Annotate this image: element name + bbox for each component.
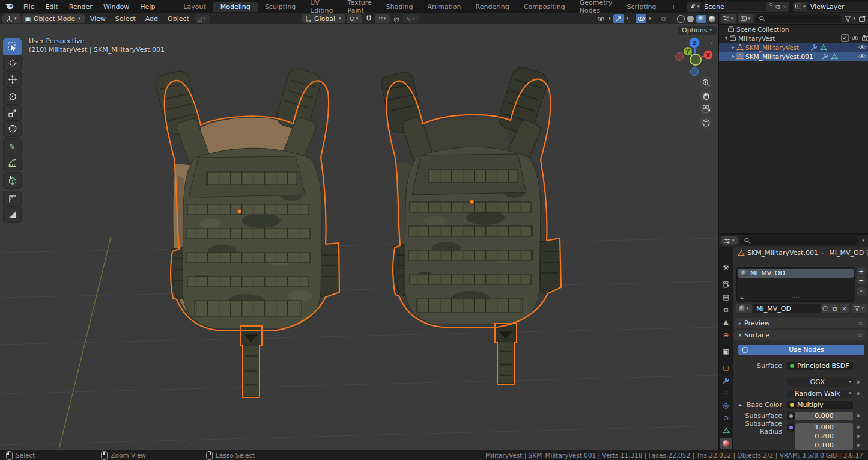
tab-particles[interactable]: ∴ xyxy=(720,387,732,398)
proportional-editing-toggle[interactable]: ◎ xyxy=(391,14,402,23)
tool-rotate[interactable] xyxy=(3,88,22,105)
scene-collection-label[interactable]: Scene Collection xyxy=(736,26,789,33)
subsurface-method-dropdown[interactable]: Random Walk ▾ xyxy=(787,390,853,398)
panel-grip-icon[interactable]: ≡ xyxy=(858,320,863,327)
add-slot-button[interactable]: + xyxy=(857,267,866,275)
tool-annotate[interactable]: ✎ xyxy=(3,138,22,155)
remove-slot-button[interactable]: − xyxy=(857,276,866,284)
add-workspace-button[interactable]: + xyxy=(663,2,683,12)
xray-toggle[interactable]: ⧉ xyxy=(658,14,669,23)
decorator-dot[interactable] xyxy=(857,435,860,438)
tab-collection[interactable]: ▣ xyxy=(720,346,732,357)
breadcrumb-material[interactable]: MI_MV_OD xyxy=(829,249,864,257)
perspective-toggle-button[interactable] xyxy=(699,116,712,129)
blender-logo-icon[interactable] xyxy=(5,2,14,11)
unlink-material-button[interactable]: × xyxy=(840,304,849,313)
chevron-down-icon[interactable]: ▾ xyxy=(609,17,611,21)
disclosure-triangle-icon[interactable]: ▸ xyxy=(732,45,735,50)
outliner-search-input[interactable] xyxy=(755,14,842,23)
tab-object[interactable]: ▢ xyxy=(720,362,732,373)
shading-solid-button[interactable] xyxy=(687,16,694,22)
tab-compositing[interactable]: Compositing xyxy=(517,2,572,12)
preview-panel-header[interactable]: ▸ Preview ≡ xyxy=(734,318,867,328)
outliner-row-scene-collection[interactable]: Scene Collection xyxy=(719,25,868,34)
menu-add[interactable]: Add xyxy=(141,15,162,23)
tab-scripting[interactable]: Scripting xyxy=(620,2,664,12)
selectability-visibility-button[interactable] xyxy=(595,14,606,23)
tab-animation[interactable]: Animation xyxy=(420,2,468,12)
panel-grip-icon[interactable]: ≡ xyxy=(858,333,863,339)
exclude-checkbox[interactable]: ✓ xyxy=(841,34,849,42)
outliner-row-skm-militaryvest-001[interactable]: ▸ SKM_MilitaryVest.001 xyxy=(719,52,868,61)
tool-scale[interactable] xyxy=(3,105,22,121)
military-vest-object[interactable] xyxy=(150,67,342,404)
tool-select-box[interactable] xyxy=(3,38,22,55)
render-visibility-icon[interactable] xyxy=(861,34,868,43)
navigation-gizmo[interactable]: Z Y X xyxy=(674,36,717,79)
resize-grip[interactable]: ∷∷ xyxy=(792,295,800,301)
camera-view-button[interactable] xyxy=(699,102,712,115)
new-scene-icon[interactable]: ⧉ xyxy=(775,3,780,11)
decorator-dot[interactable] xyxy=(857,414,860,417)
use-nodes-button[interactable]: Use Nodes xyxy=(738,345,864,355)
material-slot-list[interactable]: MI_MV_OD ► ∷∷ xyxy=(736,267,855,302)
tab-render[interactable] xyxy=(720,279,732,290)
menu-render[interactable]: Render xyxy=(64,3,98,11)
tab-shading[interactable]: Shading xyxy=(379,2,420,12)
filter-button[interactable]: ▾ xyxy=(844,15,857,23)
editor-type-button[interactable]: ▾ xyxy=(721,14,736,23)
editor-type-button[interactable]: ▾ xyxy=(2,14,21,23)
pan-view-button[interactable] xyxy=(699,89,712,102)
subsurface-value-slider[interactable]: 0.000 xyxy=(795,412,853,420)
transform-orientation-selector[interactable]: Global▾ xyxy=(302,14,345,23)
decorator-dot[interactable] xyxy=(857,392,860,395)
show-gizmo-toggle[interactable] xyxy=(613,14,624,23)
radius-y-slider[interactable]: 0.200 xyxy=(795,432,853,441)
decorator-dot[interactable] xyxy=(857,381,860,384)
pin-icon[interactable] xyxy=(864,249,868,257)
object-label[interactable]: SKM_MilitaryVest xyxy=(745,44,799,51)
tab-constraints[interactable]: ⊙ xyxy=(720,412,732,423)
slot-expand-icon[interactable]: ► xyxy=(741,295,744,301)
proportional-falloff-selector[interactable]: ∿▾ xyxy=(403,14,419,23)
hide-eye-icon[interactable] xyxy=(858,43,866,52)
surface-panel-header[interactable]: ▾ Surface ≡ xyxy=(734,330,867,340)
slot-specials-button[interactable]: ▾ xyxy=(857,287,866,296)
shading-material-button[interactable] xyxy=(696,15,706,23)
scene-selector[interactable]: ▾ Scene ⧉ × xyxy=(687,2,790,12)
collection-label[interactable]: MilitaryVest xyxy=(738,35,775,42)
editor-type-button[interactable]: ▾ xyxy=(721,236,738,245)
tool-transform[interactable] xyxy=(3,120,22,137)
browse-material-button[interactable]: ▾ xyxy=(736,304,752,313)
menu-select[interactable]: Select xyxy=(111,15,140,23)
outliner-row-skm-militaryvest[interactable]: ▸ SKM_MilitaryVest xyxy=(719,43,868,52)
scene-name[interactable]: Scene xyxy=(700,2,766,11)
tab-modifiers[interactable] xyxy=(720,375,732,386)
tab-scene[interactable]: ▲ xyxy=(720,316,732,327)
radius-x-slider[interactable]: 1.000 xyxy=(795,423,853,432)
tool-fillet[interactable] xyxy=(3,191,22,207)
menu-window[interactable]: Window xyxy=(98,3,135,11)
tab-rendering[interactable]: Rendering xyxy=(469,2,517,12)
new-material-button[interactable]: ⧉ xyxy=(830,304,839,313)
menu-view[interactable]: View xyxy=(86,15,110,23)
display-mode-button[interactable]: ▾ xyxy=(738,14,754,23)
shading-rendered-button[interactable] xyxy=(709,16,715,22)
material-slot-selected[interactable]: MI_MV_OD xyxy=(738,269,854,278)
disclosure-triangle-icon[interactable]: ▾ xyxy=(725,36,727,41)
tool-measure[interactable] xyxy=(3,155,22,171)
viewlayer-selector[interactable]: ▾ ViewLayer ⧉ × xyxy=(793,2,868,12)
hide-eye-icon[interactable] xyxy=(851,34,859,43)
object-label[interactable]: SKM_MilitaryVest.001 xyxy=(745,53,813,60)
options-button[interactable]: Options▾ xyxy=(678,26,717,35)
chevron-down-icon[interactable]: ▾ xyxy=(627,17,629,21)
tab-object-data[interactable] xyxy=(720,425,732,436)
outliner-row-collection[interactable]: ▾ MilitaryVest ✓ xyxy=(719,34,868,43)
surface-shader-field[interactable]: Principled BSDF xyxy=(787,362,853,370)
viewport-3d[interactable]: ✎ User Perspective (210) MilitaryVest | … xyxy=(0,24,718,450)
military-vest-001-object[interactable] xyxy=(371,67,575,392)
chevron-down-icon[interactable]: ▾ xyxy=(862,239,864,243)
decorator-dot[interactable] xyxy=(857,426,860,429)
subsurface-socket-button[interactable] xyxy=(787,412,795,420)
tab-sculpting[interactable]: Sculpting xyxy=(258,2,303,12)
